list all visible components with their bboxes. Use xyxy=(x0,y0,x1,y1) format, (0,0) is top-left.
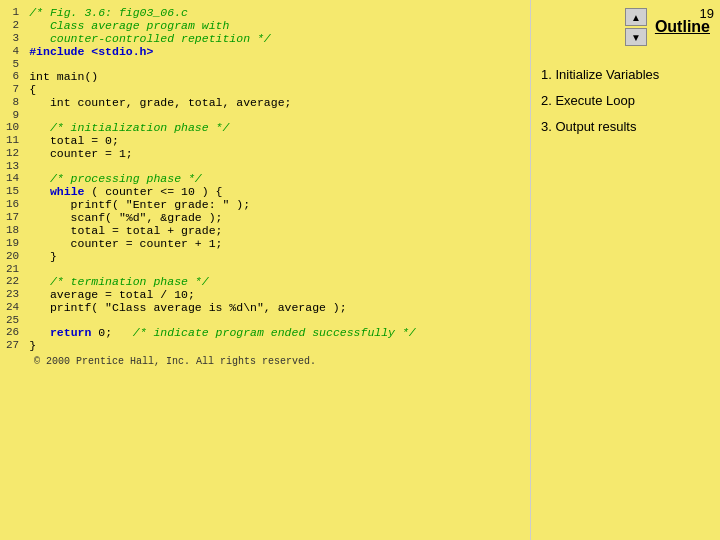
code-panel: 1/* Fig. 3.6: fig03_06.c2 Class average … xyxy=(0,0,530,540)
line-content: /* initialization phase */ xyxy=(29,121,530,134)
line-number: 9 xyxy=(6,109,29,121)
line-content xyxy=(29,109,530,121)
line-content: scanf( "%d", &grade ); xyxy=(29,211,530,224)
line-number: 23 xyxy=(6,288,29,301)
line-number: 13 xyxy=(6,160,29,172)
line-content: printf( "Class average is %d\n", average… xyxy=(29,301,530,314)
right-panel: 19 ▲ ▼ Outline 1. Initialize Variables2.… xyxy=(530,0,720,540)
copyright-text: © 2000 Prentice Hall, Inc. All rights re… xyxy=(6,356,530,367)
line-content: /* processing phase */ xyxy=(29,172,530,185)
code-line: 16 printf( "Enter grade: " ); xyxy=(6,198,530,211)
line-content: } xyxy=(29,250,530,263)
line-content: /* termination phase */ xyxy=(29,275,530,288)
line-number: 7 xyxy=(6,83,29,96)
code-line: 14 /* processing phase */ xyxy=(6,172,530,185)
line-number: 5 xyxy=(6,58,29,70)
outline-item: 3. Output results xyxy=(541,114,710,140)
code-line: 9 xyxy=(6,109,530,121)
code-line: 11 total = 0; xyxy=(6,134,530,147)
scroll-up-button[interactable]: ▲ xyxy=(625,8,647,26)
page-number: 19 xyxy=(700,6,714,21)
outline-items: 1. Initialize Variables2. Execute Loop3.… xyxy=(541,62,710,140)
line-content: /* Fig. 3.6: fig03_06.c xyxy=(29,6,530,19)
line-number: 26 xyxy=(6,326,29,339)
line-content: Class average program with xyxy=(29,19,530,32)
line-content: printf( "Enter grade: " ); xyxy=(29,198,530,211)
scroll-down-button[interactable]: ▼ xyxy=(625,28,647,46)
line-content: total = 0; xyxy=(29,134,530,147)
code-table: 1/* Fig. 3.6: fig03_06.c2 Class average … xyxy=(6,6,530,352)
line-content: while ( counter <= 10 ) { xyxy=(29,185,530,198)
code-line: 27} xyxy=(6,339,530,352)
line-content: average = total / 10; xyxy=(29,288,530,301)
code-line: 2 Class average program with xyxy=(6,19,530,32)
line-content: } xyxy=(29,339,530,352)
line-content: total = total + grade; xyxy=(29,224,530,237)
line-number: 16 xyxy=(6,198,29,211)
code-line: 26 return 0; /* indicate program ended s… xyxy=(6,326,530,339)
line-content xyxy=(29,263,530,275)
outline-item: 2. Execute Loop xyxy=(541,88,710,114)
line-number: 17 xyxy=(6,211,29,224)
line-number: 2 xyxy=(6,19,29,32)
code-line: 22 /* termination phase */ xyxy=(6,275,530,288)
outline-item: 1. Initialize Variables xyxy=(541,62,710,88)
line-number: 20 xyxy=(6,250,29,263)
line-number: 4 xyxy=(6,45,29,58)
line-content: #include <stdio.h> xyxy=(29,45,530,58)
code-line: 4#include <stdio.h> xyxy=(6,45,530,58)
code-line: 20 } xyxy=(6,250,530,263)
code-line: 6int main() xyxy=(6,70,530,83)
line-number: 10 xyxy=(6,121,29,134)
line-content: int counter, grade, total, average; xyxy=(29,96,530,109)
code-line: 21 xyxy=(6,263,530,275)
line-number: 8 xyxy=(6,96,29,109)
code-line: 5 xyxy=(6,58,530,70)
code-line: 17 scanf( "%d", &grade ); xyxy=(6,211,530,224)
code-line: 3 counter-controlled repetition */ xyxy=(6,32,530,45)
line-number: 22 xyxy=(6,275,29,288)
line-number: 15 xyxy=(6,185,29,198)
code-line: 25 xyxy=(6,314,530,326)
code-line: 8 int counter, grade, total, average; xyxy=(6,96,530,109)
code-line: 7{ xyxy=(6,83,530,96)
code-line: 18 total = total + grade; xyxy=(6,224,530,237)
line-content xyxy=(29,58,530,70)
line-content: int main() xyxy=(29,70,530,83)
line-number: 21 xyxy=(6,263,29,275)
line-number: 3 xyxy=(6,32,29,45)
code-line: 15 while ( counter <= 10 ) { xyxy=(6,185,530,198)
code-line: 24 printf( "Class average is %d\n", aver… xyxy=(6,301,530,314)
code-line: 23 average = total / 10; xyxy=(6,288,530,301)
line-number: 25 xyxy=(6,314,29,326)
line-number: 18 xyxy=(6,224,29,237)
code-line: 12 counter = 1; xyxy=(6,147,530,160)
line-content xyxy=(29,314,530,326)
line-number: 14 xyxy=(6,172,29,185)
line-content: counter-controlled repetition */ xyxy=(29,32,530,45)
outline-header: ▲ ▼ Outline xyxy=(541,8,710,46)
line-number: 6 xyxy=(6,70,29,83)
line-number: 24 xyxy=(6,301,29,314)
arrow-buttons: ▲ ▼ xyxy=(625,8,647,46)
code-line: 13 xyxy=(6,160,530,172)
line-content xyxy=(29,160,530,172)
line-content: { xyxy=(29,83,530,96)
line-number: 11 xyxy=(6,134,29,147)
line-content: counter = counter + 1; xyxy=(29,237,530,250)
line-content: counter = 1; xyxy=(29,147,530,160)
line-number: 1 xyxy=(6,6,29,19)
line-number: 19 xyxy=(6,237,29,250)
code-line: 10 /* initialization phase */ xyxy=(6,121,530,134)
code-line: 19 counter = counter + 1; xyxy=(6,237,530,250)
line-number: 27 xyxy=(6,339,29,352)
code-line: 1/* Fig. 3.6: fig03_06.c xyxy=(6,6,530,19)
line-number: 12 xyxy=(6,147,29,160)
line-content: return 0; /* indicate program ended succ… xyxy=(29,326,530,339)
